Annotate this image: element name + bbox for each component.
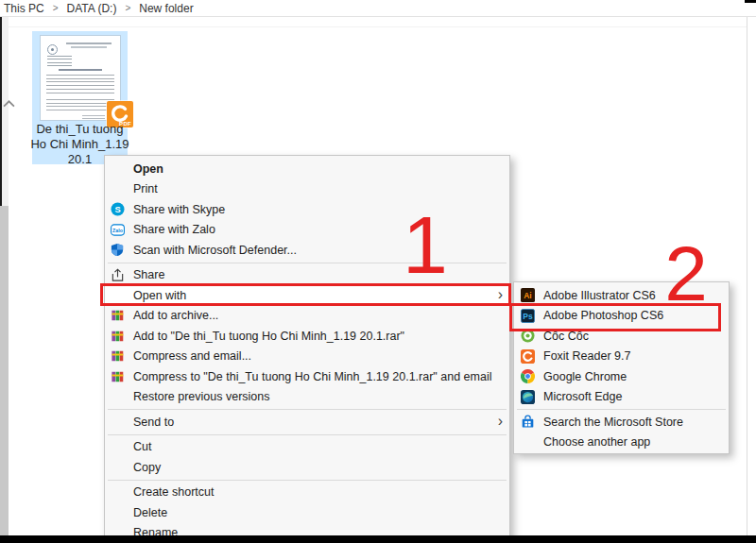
document-stamp <box>47 44 58 55</box>
menu-item-label: Compress to "De thi_Tu tuong Ho Chi Minh… <box>133 370 491 383</box>
menu-item-delete[interactable]: Delete <box>105 502 509 523</box>
menu-item-foxit-reader-9-7[interactable]: Foxit Reader 9.7 <box>514 347 729 367</box>
menu-item-label: Foxit Reader 9.7 <box>543 349 630 363</box>
screenshot-bottom-bar <box>0 535 756 543</box>
svg-text:Zalo: Zalo <box>112 228 123 233</box>
menu-item-label: Create shortcut <box>133 485 214 499</box>
file-name-line: Ho Chi Minh_1.19 <box>13 137 146 152</box>
menu-item-c-c-c-c[interactable]: Cốc Cốc <box>514 326 729 347</box>
menu-item-label: Open <box>133 162 163 176</box>
winrar-icon <box>109 308 126 323</box>
svg-text:S: S <box>114 205 120 214</box>
zalo-icon: Zalo <box>109 222 126 237</box>
store-icon <box>520 415 536 430</box>
context-menu: OpenPrintSShare with SkypeZaloShare with… <box>104 155 510 543</box>
svg-text:Ai: Ai <box>524 291 531 300</box>
menu-item-label: Compress and email... <box>133 349 251 363</box>
menu-item-icon-placeholder <box>109 484 126 500</box>
menu-item-cut[interactable]: Cut <box>105 437 509 458</box>
menu-item-share-with-skype[interactable]: SShare with Skype <box>105 199 509 220</box>
menu-item-icon-placeholder <box>109 161 126 177</box>
menu-item-share-with-zalo[interactable]: ZaloShare with Zalo <box>105 220 509 241</box>
menu-item-print[interactable]: Print <box>105 179 509 200</box>
menu-item-restore-previous-versions[interactable]: Restore previous versions <box>105 387 509 408</box>
menu-item-label: Share with Zalo <box>133 223 215 236</box>
menu-item-label: Send to <box>133 416 174 429</box>
edge-icon <box>520 389 536 404</box>
defender-icon <box>109 243 126 258</box>
window-right-border <box>747 17 747 535</box>
menu-item-label: Copy <box>133 461 161 474</box>
menu-item-label: Add to "De thi_Tu tuong Ho Chi Minh_1.19… <box>133 330 404 343</box>
menu-item-label: Share <box>133 268 164 281</box>
menu-item-choose-another-app[interactable]: Choose another app <box>514 433 729 453</box>
menu-item-add-to-de-thi-tu-tuong-ho-chi-minh-1-19-20[interactable]: Add to "De thi_Tu tuong Ho Chi Minh_1.19… <box>105 326 509 347</box>
scrollbar-strip[interactable] <box>0 206 9 535</box>
file-item-selected[interactable]: PDF De thi_Tu tuong Ho Chi Minh_1.19 20.… <box>32 31 128 164</box>
photoshop-icon: Ps <box>520 308 536 323</box>
menu-item-label: Open with <box>133 289 186 302</box>
breadcrumb-chevron-icon: > <box>53 3 59 13</box>
file-explorer-window: This PC>DATA (D:)>New folder PDF De thi_… <box>0 0 756 543</box>
collapse-group-icon[interactable] <box>3 95 15 105</box>
menu-item-label: Delete <box>133 506 167 519</box>
foxit-icon <box>520 348 536 364</box>
menu-item-share[interactable]: Share <box>105 265 509 286</box>
menu-item-label: Print <box>133 182 158 195</box>
menu-item-copy[interactable]: Copy <box>105 457 509 478</box>
menu-item-create-shortcut[interactable]: Create shortcut <box>105 483 509 503</box>
menu-item-compress-and-email[interactable]: Compress and email... <box>105 347 509 367</box>
skype-icon: S <box>109 202 126 217</box>
menu-item-label: Add to archive... <box>133 309 218 322</box>
menu-item-label: Scan with Microsoft Defender... <box>133 244 297 257</box>
share-icon <box>109 267 126 282</box>
header-divider <box>0 26 747 27</box>
menu-item-open[interactable]: Open <box>105 159 509 179</box>
menu-item-search-the-microsoft-store[interactable]: Search the Microsoft Store <box>514 412 729 433</box>
menu-item-icon-placeholder <box>109 415 126 430</box>
menu-item-open-with[interactable]: Open with› <box>105 285 509 306</box>
menu-item-add-to-archive[interactable]: Add to archive... <box>105 306 509 327</box>
menu-item-label: Share with Skype <box>133 203 225 216</box>
submenu-chevron-icon: › <box>498 413 503 430</box>
menu-item-label: Adobe Photoshop CS6 <box>543 309 663 322</box>
menu-item-google-chrome[interactable]: Google Chrome <box>514 366 729 387</box>
menu-item-label: Restore previous versions <box>133 390 270 403</box>
menu-item-microsoft-edge[interactable]: Microsoft Edge <box>514 387 729 408</box>
file-thumbnail: PDF <box>40 35 121 121</box>
menu-item-scan-with-microsoft-defender[interactable]: Scan with Microsoft Defender... <box>105 240 509 261</box>
menu-item-icon-placeholder <box>109 389 126 404</box>
breadcrumb-item-this-pc[interactable]: This PC <box>4 2 44 15</box>
menu-item-label: Google Chrome <box>543 370 627 383</box>
breadcrumb-item-new-folder[interactable]: New folder <box>139 2 193 15</box>
menu-item-icon-placeholder <box>109 439 126 454</box>
submenu-chevron-icon: › <box>498 286 503 303</box>
winrar-icon <box>109 348 126 364</box>
menu-item-adobe-illustrator-cs6[interactable]: AiAdobe Illustrator CS6 <box>514 285 729 306</box>
menu-item-compress-to-de-thi-tu-tuong-ho-chi-minh-1-[interactable]: Compress to "De thi_Tu tuong Ho Chi Minh… <box>105 366 509 387</box>
chrome-icon <box>520 369 536 384</box>
window-edge <box>745 0 756 3</box>
winrar-icon <box>109 329 126 344</box>
menu-item-send-to[interactable]: Send to› <box>105 412 509 433</box>
menu-item-label: Cut <box>133 440 151 453</box>
menu-item-icon-placeholder <box>109 288 126 303</box>
menu-item-label: Cốc Cốc <box>543 330 589 343</box>
breadcrumb-chevron-icon: > <box>125 3 130 13</box>
menu-item-icon-placeholder <box>520 434 536 450</box>
menu-item-icon-placeholder <box>109 181 126 196</box>
coccoc-icon <box>520 329 536 344</box>
file-name-line: De thi_Tu tuong <box>13 122 146 137</box>
menu-item-label: Microsoft Edge <box>543 390 622 403</box>
menu-item-label: Search the Microsoft Store <box>543 416 683 429</box>
menu-item-label: Adobe Illustrator CS6 <box>543 289 656 302</box>
window-left-strip <box>2 17 9 206</box>
svg-text:Ps: Ps <box>523 312 533 321</box>
menu-item-adobe-photoshop-cs6[interactable]: PsAdobe Photoshop CS6 <box>514 306 729 327</box>
menu-item-icon-placeholder <box>109 460 126 475</box>
breadcrumb-item-data-d[interactable]: DATA (D:) <box>67 2 117 15</box>
breadcrumb: This PC>DATA (D:)>New folder <box>0 0 756 17</box>
open-with-submenu: AiAdobe Illustrator CS6PsAdobe Photoshop… <box>513 281 730 454</box>
winrar-icon <box>109 369 126 384</box>
illustrator-icon: Ai <box>520 288 536 303</box>
